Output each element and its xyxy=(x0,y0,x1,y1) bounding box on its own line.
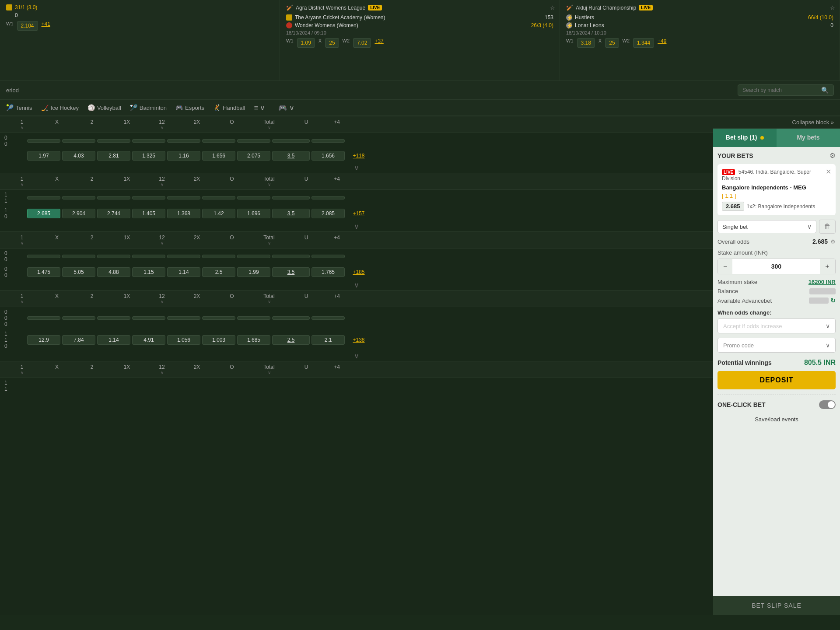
promo-code-dropdown[interactable]: Promo code ∨ xyxy=(718,338,836,353)
g1-o8[interactable]: 3.5 xyxy=(272,151,310,161)
odds-btn-9[interactable] xyxy=(312,139,345,143)
g4-o9[interactable]: 2.1 xyxy=(312,335,345,345)
g1-o9[interactable]: 1.656 xyxy=(312,151,345,161)
settings-gear-icon[interactable]: ⚙ xyxy=(830,151,836,160)
odds-btn-6[interactable] xyxy=(202,139,235,143)
odds-btn-4[interactable] xyxy=(132,139,165,143)
g3-top-9[interactable] xyxy=(312,255,345,258)
g3-top-7[interactable] xyxy=(237,255,270,258)
w1-odds[interactable]: 2.104 xyxy=(17,21,38,31)
x-odds[interactable]: 25 xyxy=(325,38,339,48)
stake-input[interactable] xyxy=(732,260,820,273)
tab-badminton[interactable]: 🏸 Badminton xyxy=(130,102,167,113)
odds-btn-5[interactable] xyxy=(167,139,200,143)
g1-o5[interactable]: 1.16 xyxy=(167,151,200,161)
tab-handball[interactable]: 🤾 Handball xyxy=(213,102,245,113)
g2-o9[interactable]: 2.085 xyxy=(312,209,345,218)
odds-btn-3[interactable] xyxy=(97,139,130,143)
tab-bet-slip[interactable]: Bet slip (1) xyxy=(713,129,777,147)
more-bets-1b[interactable]: +118 xyxy=(346,153,372,159)
g2-top-3[interactable] xyxy=(97,196,130,200)
g3-o4[interactable]: 1.15 xyxy=(132,267,165,277)
g4-top-4[interactable] xyxy=(132,316,165,320)
g4-top-7[interactable] xyxy=(237,316,270,320)
tab-volleyball[interactable]: 🏐 Volleyball xyxy=(88,102,121,113)
g4-top-5[interactable] xyxy=(167,316,200,320)
more-bets-3b[interactable]: +185 xyxy=(346,269,372,275)
g2-top-9[interactable] xyxy=(312,196,345,200)
g2-o6[interactable]: 1.42 xyxy=(202,209,235,218)
g2-top-7[interactable] xyxy=(237,196,270,200)
g4-o6[interactable]: 1.003 xyxy=(202,335,235,345)
g4-o3[interactable]: 1.14 xyxy=(97,335,130,345)
expand-1[interactable]: ∨ xyxy=(0,163,713,173)
g2-top-6[interactable] xyxy=(202,196,235,200)
g4-top-9[interactable] xyxy=(312,316,345,320)
odds-settings-icon[interactable]: ⚙ xyxy=(830,238,836,245)
g2-top-2[interactable] xyxy=(62,196,95,200)
g4-o2[interactable]: 7.84 xyxy=(62,335,95,345)
g1-o4[interactable]: 1.325 xyxy=(132,151,165,161)
g3-o6[interactable]: 2.5 xyxy=(202,267,235,277)
g3-top-8[interactable] xyxy=(272,255,310,258)
g3-o9[interactable]: 1.765 xyxy=(312,267,345,277)
odds-btn-8[interactable] xyxy=(272,139,310,143)
refresh-icon[interactable]: ↻ xyxy=(830,297,836,304)
g3-top-5[interactable] xyxy=(167,255,200,258)
g1-o3[interactable]: 2.81 xyxy=(97,151,130,161)
expand-3[interactable]: ∨ xyxy=(0,280,713,290)
g2-top-1[interactable] xyxy=(27,196,60,200)
bet-type-select[interactable]: Single bet ∨ xyxy=(718,220,816,233)
g4-o1[interactable]: 12.9 xyxy=(27,335,60,345)
g2-top-8[interactable] xyxy=(272,196,310,200)
expand-2[interactable]: ∨ xyxy=(0,221,713,231)
g2-top-5[interactable] xyxy=(167,196,200,200)
g4-top-8[interactable] xyxy=(272,316,310,320)
g1-o7[interactable]: 2.075 xyxy=(237,151,270,161)
more-odds[interactable]: +41 xyxy=(42,21,50,31)
tab-tennis[interactable]: 🎾 Tennis xyxy=(6,102,32,113)
g4-o5[interactable]: 1.056 xyxy=(167,335,200,345)
star-icon-3[interactable]: ☆ xyxy=(830,4,835,11)
g3-o3[interactable]: 4.88 xyxy=(97,267,130,277)
expand-4[interactable]: ∨ xyxy=(0,351,713,361)
g2-o1-selected[interactable]: 2.685 xyxy=(27,209,60,218)
g2-top-4[interactable] xyxy=(132,196,165,200)
g4-top-3[interactable] xyxy=(97,316,130,320)
more-odds-3[interactable]: +49 xyxy=(658,38,666,48)
g4-top-6[interactable] xyxy=(202,316,235,320)
odds-btn-7[interactable] xyxy=(237,139,270,143)
search-input[interactable] xyxy=(742,87,821,93)
g4-o8[interactable]: 2.5 xyxy=(272,335,310,345)
max-stake-value[interactable]: 16200 INR xyxy=(808,279,836,285)
one-click-toggle[interactable] xyxy=(819,400,836,409)
g1-o1[interactable]: 1.97 xyxy=(27,151,60,161)
w1-odds-3[interactable]: 3.18 xyxy=(577,38,595,48)
tab-my-bets[interactable]: My bets xyxy=(777,129,840,147)
g2-o3[interactable]: 2.744 xyxy=(97,209,130,218)
more-bets-4b[interactable]: +138 xyxy=(346,337,372,343)
odds-change-dropdown[interactable]: Accept if odds increase ∨ xyxy=(718,318,836,333)
g2-o7[interactable]: 1.696 xyxy=(237,209,270,218)
g3-o2[interactable]: 5.05 xyxy=(62,267,95,277)
g2-o2[interactable]: 2.904 xyxy=(62,209,95,218)
g3-top-1[interactable] xyxy=(27,255,60,258)
deposit-button[interactable]: DEPOSIT xyxy=(718,371,836,389)
stake-minus-button[interactable]: − xyxy=(718,259,732,274)
stake-plus-button[interactable]: + xyxy=(820,259,834,274)
g2-o8[interactable]: 3.5 xyxy=(272,209,310,218)
bet-slip-sale[interactable]: BET SLIP SALE xyxy=(713,596,840,615)
g3-o5[interactable]: 1.14 xyxy=(167,267,200,277)
more-bets-2b[interactable]: +157 xyxy=(346,210,372,217)
g3-o7[interactable]: 1.99 xyxy=(237,267,270,277)
g4-o4[interactable]: 4.91 xyxy=(132,335,165,345)
stake-settings-icon[interactable]: ⚙ xyxy=(835,260,836,273)
more-odds-2[interactable]: +37 xyxy=(374,38,383,48)
close-bet-icon[interactable]: ✕ xyxy=(826,168,831,175)
odds-btn-2[interactable] xyxy=(62,139,95,143)
g4-o7[interactable]: 1.685 xyxy=(237,335,270,345)
tab-esports[interactable]: 🎮 Esports xyxy=(175,102,204,113)
odds-btn-1[interactable] xyxy=(27,139,60,143)
g2-o4[interactable]: 1.405 xyxy=(132,209,165,218)
more-icon-2[interactable]: 🎮 ∨ xyxy=(278,104,294,112)
